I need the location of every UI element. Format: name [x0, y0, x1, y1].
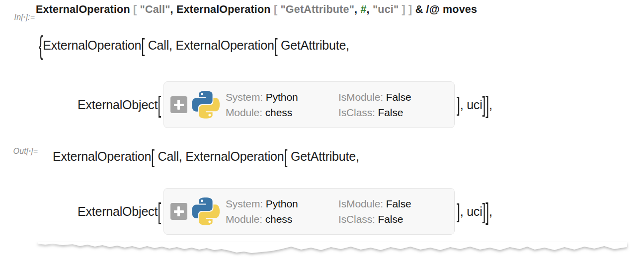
- field-label: IsModule:: [338, 198, 386, 209]
- field-label: Module:: [226, 107, 265, 118]
- out-cell-label: Out[•]=: [4, 138, 38, 165]
- function-name: ExternalOperation: [176, 3, 271, 16]
- function-name: ExternalOperation: [53, 149, 151, 164]
- string-literal: "GetAttribute": [280, 3, 354, 16]
- function-name: ExternalObject: [78, 98, 158, 112]
- plus-icon: [177, 206, 180, 216]
- field-system: System: Python: [226, 198, 338, 210]
- field-label: IsModule:: [338, 91, 386, 103]
- comma: ,: [354, 3, 360, 16]
- close-bracket: ]: [483, 92, 486, 118]
- field-label: Module:: [226, 213, 265, 225]
- field-isclass: IsClass: False: [338, 107, 411, 119]
- open-bracket: [: [158, 91, 161, 118]
- in-cell-label: In[•]:=: [5, 4, 35, 31]
- in-label-prefix: In[: [14, 13, 23, 21]
- close-bracket: ]: [483, 199, 486, 224]
- field-value: chess: [265, 107, 292, 118]
- field-label: IsClass:: [338, 213, 378, 225]
- field-label: System:: [226, 198, 266, 209]
- function-name: ExternalOperation: [36, 3, 130, 16]
- comma: ,: [489, 204, 492, 219]
- out-label-prefix: Out[: [13, 147, 29, 155]
- field-value: Python: [266, 198, 298, 209]
- open-bracket: [: [158, 198, 161, 225]
- comma: ,: [367, 3, 373, 16]
- in-label-suffix: ]:=: [25, 13, 35, 21]
- plus-icon: [177, 100, 180, 110]
- expand-button[interactable]: [170, 96, 187, 113]
- field-isclass: IsClass: False: [338, 213, 411, 225]
- open-bracket: [: [130, 3, 140, 16]
- external-object-line-1: ExternalObject[ System: Python IsModule:…: [78, 81, 492, 128]
- comma: ,: [170, 3, 176, 16]
- argument-text: GetAttribute,: [287, 149, 359, 164]
- close-brackets: ] ]: [399, 3, 415, 16]
- map-operator-expression: & /@ moves: [415, 3, 478, 16]
- close-bracket: ]: [457, 200, 460, 223]
- field-value: False: [378, 107, 403, 118]
- output-line-1: {ExternalOperation[ Call, ExternalOperat…: [39, 31, 349, 60]
- open-bracket: [: [271, 3, 281, 16]
- open-bracket: [: [274, 34, 278, 57]
- external-object-box[interactable]: System: Python IsModule: False Module: c…: [163, 81, 455, 128]
- function-name: ExternalObject: [78, 204, 158, 219]
- field-label: System:: [226, 91, 266, 103]
- field-module: Module: chess: [226, 107, 338, 119]
- torn-edge: [38, 242, 627, 261]
- close-bracket: ]: [457, 93, 460, 116]
- field-ismodule: IsModule: False: [338, 198, 411, 210]
- argument-text: GetAttribute,: [277, 38, 349, 53]
- external-object-line-2: ExternalObject[ System: Python IsModule:…: [78, 188, 492, 235]
- expand-button[interactable]: [170, 203, 187, 220]
- out-label-suffix: ]=: [31, 147, 38, 155]
- field-value: chess: [265, 213, 292, 225]
- open-bracket: [: [151, 145, 155, 168]
- python-logo-icon: [192, 197, 220, 225]
- function-name: ExternalOperation: [43, 38, 141, 53]
- argument-text: Call, ExternalOperation: [145, 38, 274, 53]
- output-line-2: ExternalOperation[ Call, ExternalOperati…: [53, 145, 359, 168]
- field-ismodule: IsModule: False: [338, 91, 411, 103]
- open-bracket: [: [141, 34, 145, 57]
- argument-text: Call, ExternalOperation: [155, 149, 284, 164]
- string-literal: "Call": [140, 3, 170, 16]
- field-value: Python: [266, 91, 298, 103]
- field-value: False: [386, 91, 411, 103]
- open-brace: {: [39, 30, 43, 61]
- slot-symbol: #: [360, 3, 366, 16]
- python-logo-icon: [192, 91, 220, 119]
- field-label: IsClass:: [338, 107, 378, 118]
- field-system: System: Python: [226, 91, 338, 103]
- string-literal: "uci": [373, 3, 399, 16]
- field-module: Module: chess: [226, 213, 338, 225]
- argument-text: , uci: [460, 204, 483, 219]
- external-object-box[interactable]: System: Python IsModule: False Module: c…: [163, 188, 455, 235]
- cell-number-dot-icon: •: [23, 14, 25, 21]
- close-bracket: ]: [485, 197, 489, 226]
- input-code-cell[interactable]: ExternalOperation [ "Call", ExternalOper…: [36, 0, 477, 19]
- comma: ,: [489, 98, 492, 112]
- external-object-fields: System: Python IsModule: False Module: c…: [226, 89, 411, 120]
- cell-number-dot-icon: •: [29, 148, 31, 155]
- open-bracket: [: [284, 145, 287, 168]
- field-value: False: [378, 213, 403, 225]
- field-value: False: [386, 198, 411, 209]
- mathematica-notebook: In[•]:= ExternalOperation [ "Call", Exte…: [0, 0, 644, 261]
- argument-text: , uci: [460, 98, 483, 112]
- close-bracket: ]: [485, 91, 489, 119]
- external-object-fields: System: Python IsModule: False Module: c…: [226, 196, 411, 227]
